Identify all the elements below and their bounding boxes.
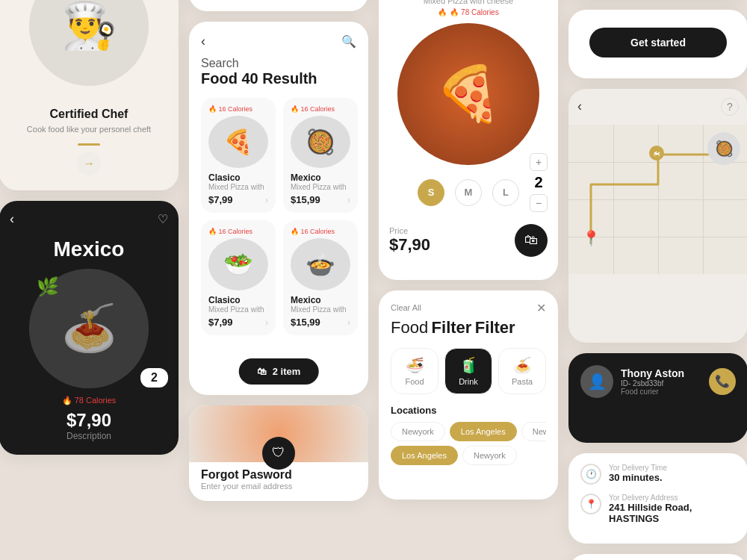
mexico-calories: 🔥 78 Calories [0, 396, 179, 405]
clock-icon: 🕐 [580, 464, 601, 485]
filter-drink[interactable]: 🧃 Drink [444, 348, 492, 394]
food-desc: Mixed Pizza with [208, 183, 268, 191]
driver-card: 👤 Thony Aston ID- 2sbd33bf Food curier 📞 [568, 353, 747, 443]
location-tab-la[interactable]: Los Angeles [450, 422, 517, 441]
food-price: $7,99 [208, 194, 268, 205]
search-card: ‹ 🔍 Search Food 40 Resulth 🔥 16 Calories… [189, 22, 368, 395]
chef-image-area: 👨‍🍳 🌿 ●● [0, 0, 179, 116]
pasta-label: Pasta [512, 377, 533, 386]
search-title-bold: Food 40 Resulth [201, 70, 356, 87]
location-tab-newyork2[interactable]: Newyork [521, 422, 546, 441]
shield-button[interactable]: 🛡 [262, 437, 295, 470]
food-name: Mexico [291, 172, 350, 183]
destination-food-icon: 🥘 [707, 132, 740, 165]
location-tabs-2: Los Angeles Newyork [391, 446, 546, 465]
delivery-addr-row: 📍 Yor Delivery Address 241 Hillside Road… [580, 494, 736, 524]
delivery-card: 🕐 Yor Delivery Time 30 minutes. 📍 Yor De… [568, 453, 747, 544]
category-filters: 🍜 Food 🧃 Drink 🍝 Pasta [391, 348, 546, 394]
qty-minus-button[interactable]: − [530, 194, 548, 212]
size-s-button[interactable]: S [418, 179, 444, 206]
food-item[interactable]: 🔥 16 Calories 🥗 Clasico Mixed Pizza with… [201, 220, 276, 335]
back-icon[interactable]: ‹ [201, 34, 205, 49]
food-calories: 🔥 16 Calories [291, 105, 350, 113]
chef-avatar: 👨‍🍳 [29, 0, 149, 86]
food-desc: Mixed Pizza with [291, 183, 350, 191]
add-to-cart-button[interactable]: 🛍 [515, 224, 548, 257]
food-item[interactable]: 🔥 16 Calories 🍲 Mexico Mixed Pizza with … [283, 220, 358, 335]
clear-all-button[interactable]: Clear All [391, 303, 421, 312]
drink-icon: 🧃 [459, 356, 478, 374]
location-tab-la2[interactable]: Los Angeles [391, 446, 458, 465]
location-icon: 📍 [580, 494, 601, 514]
filter-title-light: Food [391, 318, 428, 337]
location-tab-newyork3[interactable]: Newyork [462, 446, 517, 465]
delivery-time-value: 30 minutes. [609, 472, 667, 483]
arrow-icon: › [347, 317, 350, 328]
filter-card: Clear All ✕ Food Filter Filter 🍜 Food 🧃 … [379, 290, 558, 500]
chef-divider [78, 143, 100, 146]
food-price: $15,99 [291, 194, 350, 205]
driver-info: Thony Aston ID- 2sbd33bf Food curier [621, 367, 684, 396]
size-l-button[interactable]: L [492, 179, 519, 206]
chef-card: 👨‍🍳 🌿 ●● ✕ Certified Chef Cook food like… [0, 0, 179, 190]
food-image: 🥗 [208, 238, 268, 290]
close-icon[interactable]: ✕ [536, 301, 546, 315]
food-item[interactable]: 🔥 16 Calories 🥘 Mexico Mixed Pizza with … [283, 98, 358, 213]
forgot-subtitle: Enter your email address [201, 482, 356, 491]
size-m-button[interactable]: M [455, 179, 482, 206]
driver-id: ID- 2sbd33bf [621, 379, 684, 388]
map-help-icon[interactable]: ? [721, 98, 739, 116]
basil-decoration: 🌿 [37, 276, 59, 297]
pasta-icon: 🍝 [513, 356, 532, 374]
chef-subtitle: Cook food like your personel cheft [27, 124, 151, 135]
food-image: 🍕 [208, 116, 268, 168]
back-icon[interactable]: ‹ [10, 211, 14, 227]
food-image: 🍲 [291, 238, 350, 290]
food-item[interactable]: 🔥 16 Calories 🍕 Clasico Mixed Pizza with… [201, 98, 276, 213]
food-price: $7,99 [208, 317, 268, 328]
delivery-addr-value: 241 Hillside Road, HASTINGS [609, 502, 736, 524]
map-back-icon[interactable]: ‹ [577, 99, 582, 114]
call-button[interactable]: 📞 [709, 368, 736, 395]
bag-icon: 🛍 [257, 366, 267, 377]
price-value: $7,90 [389, 235, 430, 255]
arrow-icon: › [265, 195, 268, 205]
cart-float-button[interactable]: 🛍 2 item [239, 358, 319, 385]
price-info: Price $7,90 [389, 226, 430, 255]
motorcycle-icon: 🏍 [649, 146, 664, 161]
quantity-control: + 2 − [530, 153, 548, 212]
price-label: Price [389, 226, 430, 235]
filter-title: Food Filter Filter [391, 318, 546, 337]
filter-header: Clear All ✕ [391, 301, 546, 315]
search-icon[interactable]: 🔍 [341, 34, 356, 49]
next-button[interactable]: → [77, 152, 101, 175]
pizza-title-area: Clasicoo Mixed Pizza with cheese 🔥 🔥 78 … [379, 0, 558, 16]
filter-food[interactable]: 🍜 Food [391, 348, 438, 394]
like-icon[interactable]: ♡ [158, 212, 168, 226]
driver-name: Thony Aston [621, 367, 684, 379]
qty-plus-button[interactable]: + [530, 153, 548, 171]
chef-text: Certified Chef Cook food like your perso… [19, 108, 158, 175]
delivery-time-row: 🕐 Yor Delivery Time 30 minutes. [580, 464, 736, 485]
get-started-card: Get started [568, 10, 747, 78]
forgot-title: Forgot Pasword [201, 468, 356, 482]
food-name: Clasico [208, 172, 268, 183]
search-header: ‹ 🔍 [201, 34, 356, 49]
arrow-icon: › [347, 195, 350, 205]
location-tab-newyork[interactable]: Newyork [391, 422, 445, 441]
filter-title-bold: Filter [432, 318, 472, 337]
pizza-subtitle: Mixed Pizza with cheese [389, 0, 548, 5]
filter-pasta[interactable]: 🍝 Pasta [498, 348, 546, 394]
forgot-card: 🛡 Forgot Pasword Enter your email addres… [189, 405, 368, 501]
get-started-button[interactable]: Get started [589, 28, 727, 57]
food-label: Food [405, 377, 424, 386]
food-calories: 🔥 16 Calories [208, 228, 268, 235]
pizza-calories: 🔥 🔥 78 Calories [389, 8, 548, 16]
delivery-addr-label: Yor Delivery Address [609, 494, 736, 502]
info-card: Your informations 📍 241 Hillside Road, H… [189, 0, 368, 11]
delivery-addr-info: Yor Delivery Address 241 Hillside Road, … [609, 494, 736, 524]
pizza-price-row: Price $7,90 🛍 [379, 217, 558, 267]
food-image: 🥘 [291, 116, 350, 168]
pizza-image: 🍕 [397, 23, 539, 165]
food-desc: Mixed Pizza with [208, 305, 268, 314]
